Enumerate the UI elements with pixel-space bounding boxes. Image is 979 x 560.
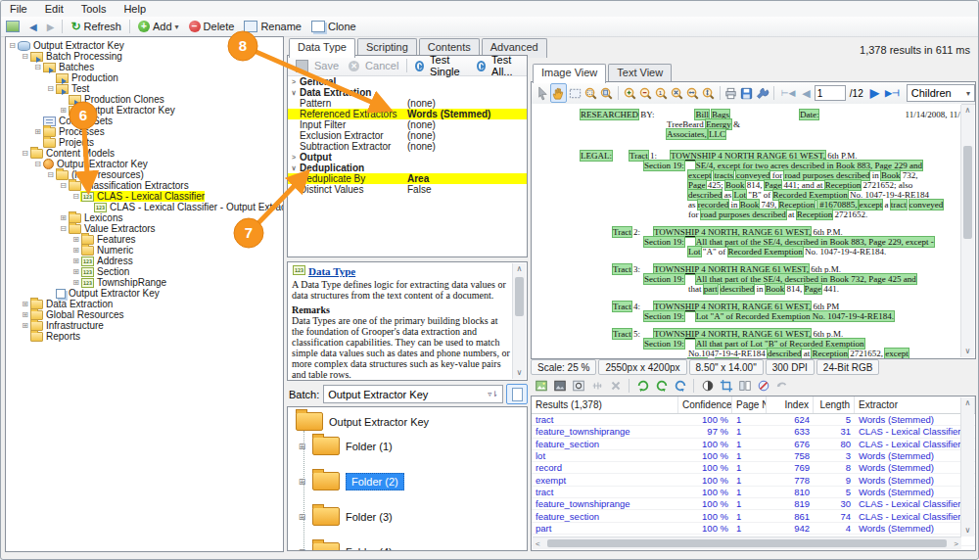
image-inspect-button[interactable] bbox=[570, 378, 586, 394]
refresh-button[interactable]: ↻Refresh bbox=[66, 19, 126, 34]
zoom-preview-tool-button[interactable] bbox=[599, 84, 614, 102]
scroll-thumb[interactable] bbox=[547, 539, 948, 547]
image-levels-button[interactable] bbox=[588, 378, 605, 394]
column-header-len[interactable]: Length bbox=[814, 397, 855, 413]
rotate-right-button[interactable] bbox=[653, 378, 670, 394]
cancel-button[interactable]: ✕Cancel bbox=[344, 59, 403, 72]
expand-icon[interactable]: ⊞ bbox=[71, 278, 80, 287]
property-row[interactable]: Distinct ValuesFalse bbox=[288, 184, 527, 195]
expand-icon[interactable]: ⊞ bbox=[71, 257, 80, 265]
nav-first-button[interactable]: ⊢◀ bbox=[778, 88, 799, 98]
tree-node[interactable]: ⊞Section bbox=[8, 266, 283, 277]
scroll-right-icon[interactable]: > bbox=[951, 539, 961, 548]
expand-icon[interactable]: ⊞ bbox=[298, 442, 306, 451]
result-row[interactable]: feature_section100 %167680CLAS - Lexical… bbox=[532, 439, 975, 450]
expand-icon[interactable]: ⊞ bbox=[71, 267, 80, 276]
property-row[interactable]: Exclusion Extractor(none) bbox=[288, 130, 527, 141]
page-number-input[interactable] bbox=[815, 85, 846, 101]
property-row[interactable]: Deduplicate ByArea bbox=[288, 173, 527, 184]
tree-node[interactable]: ⊟Output Extractor Key bbox=[8, 40, 283, 51]
tree-node[interactable]: ⊟Output Extractor Key bbox=[8, 159, 283, 169]
tree-node[interactable]: ⊞Infrastructure bbox=[8, 320, 283, 331]
scroll-left-icon[interactable]: < bbox=[533, 539, 543, 548]
image-adjust-button[interactable] bbox=[551, 378, 568, 394]
expand-icon[interactable]: ⊞ bbox=[298, 477, 306, 487]
result-row[interactable]: lot100 %17583Words (Stemmed) bbox=[532, 450, 975, 462]
expand-icon[interactable]: ⊞ bbox=[21, 310, 29, 319]
tree-node[interactable]: ⊟Batches bbox=[8, 62, 283, 72]
view-document-button[interactable] bbox=[506, 384, 528, 404]
print-tool-button[interactable] bbox=[723, 84, 738, 102]
tree-node[interactable]: ⊞Features bbox=[8, 234, 283, 245]
hand-tool-button[interactable] bbox=[550, 83, 567, 103]
tree-node[interactable]: Production Clones bbox=[8, 94, 283, 105]
scroll-thumb[interactable] bbox=[515, 277, 524, 316]
column-header-idx[interactable]: Index bbox=[767, 397, 814, 413]
property-row[interactable]: Input Filter(none) bbox=[288, 119, 527, 130]
batch-folder-node[interactable]: ⊞Folder (3) bbox=[298, 507, 393, 526]
marquee-tool-button[interactable] bbox=[568, 84, 583, 102]
column-header-page[interactable]: Page No bbox=[732, 397, 767, 413]
collapse-icon[interactable]: ∨ bbox=[288, 164, 300, 172]
tree-node[interactable]: ⊟Batch Processing bbox=[8, 51, 283, 62]
document-scrollbar[interactable]: ∧ ∨ bbox=[960, 105, 974, 357]
zoom-actual-tool-button[interactable]: 1 bbox=[654, 84, 669, 102]
nav-last-button[interactable]: ▶⊣ bbox=[883, 88, 902, 98]
collapse-icon[interactable]: ⊟ bbox=[21, 52, 29, 61]
result-row[interactable]: feature_townshiprange100 %181930CLAS - L… bbox=[532, 498, 975, 510]
tree-node[interactable]: Production bbox=[8, 72, 283, 83]
pointer-tool-button[interactable] bbox=[535, 84, 549, 102]
undo-button[interactable] bbox=[773, 378, 790, 394]
test-single-button[interactable]: Test Single bbox=[410, 55, 472, 78]
tree-node[interactable]: ⊞Output Extractor Key bbox=[8, 105, 283, 116]
collapse-icon[interactable]: ⊟ bbox=[33, 63, 42, 71]
collapse-icon[interactable]: ⊟ bbox=[46, 170, 55, 179]
forward-button[interactable]: ▶ bbox=[42, 21, 60, 33]
expand-icon[interactable]: ⊞ bbox=[21, 321, 29, 330]
panel-toggle-button[interactable] bbox=[1, 20, 24, 33]
scroll-up-icon[interactable]: ∧ bbox=[513, 263, 526, 275]
expand-icon[interactable]: > bbox=[288, 78, 300, 85]
tree-node[interactable]: ⊟Test bbox=[8, 83, 283, 94]
expand-icon[interactable]: ⊞ bbox=[298, 512, 306, 522]
zoom-out-tool-button[interactable] bbox=[638, 84, 653, 102]
column-header-ext[interactable]: Extractor bbox=[855, 397, 975, 413]
result-row[interactable]: exempt100 %17789Words (Stemmed) bbox=[532, 474, 975, 486]
tree-node[interactable]: ⊞Data Extraction bbox=[8, 299, 283, 309]
rotate-left-button[interactable] bbox=[634, 378, 651, 394]
expand-icon[interactable]: ⊞ bbox=[21, 300, 29, 308]
result-row[interactable]: part100 %19424Words (Stemmed) bbox=[532, 523, 975, 535]
expand-icon[interactable]: > bbox=[288, 154, 300, 161]
tree-node[interactable]: CLAS - Lexical Classifier - Output Extra… bbox=[8, 202, 283, 212]
scroll-down-icon[interactable]: ∨ bbox=[513, 367, 526, 379]
refresh-button[interactable] bbox=[672, 378, 688, 394]
test-all-button[interactable]: Test All... bbox=[472, 55, 527, 78]
tree-node[interactable]: ⊞TownshipRange bbox=[8, 277, 283, 288]
collapse-icon[interactable]: ⊟ bbox=[59, 181, 68, 190]
column-header-conf[interactable]: Confidence bbox=[678, 397, 732, 413]
scroll-down-icon[interactable]: ∨ bbox=[961, 525, 974, 537]
scroll-up-icon[interactable]: ∧ bbox=[961, 397, 974, 409]
zoom-fit-height-tool-button[interactable] bbox=[701, 84, 716, 102]
result-row[interactable]: record100 %17698Words (Stemmed) bbox=[532, 462, 975, 474]
tab-data-type[interactable]: Data Type bbox=[289, 38, 355, 58]
collapse-icon[interactable]: ∨ bbox=[288, 89, 300, 97]
result-row[interactable]: tract100 %18105Words (Stemmed) bbox=[532, 487, 975, 498]
back-button[interactable]: ◀ bbox=[24, 21, 42, 33]
expand-icon[interactable]: ⊞ bbox=[71, 246, 80, 255]
collapse-icon[interactable]: ⊟ bbox=[46, 84, 55, 93]
property-category[interactable]: ∨Deduplication bbox=[288, 163, 527, 173]
result-row[interactable]: tract100 %16245Words (Stemmed) bbox=[532, 414, 975, 426]
scroll-down-icon[interactable]: ∨ bbox=[961, 346, 974, 357]
add-button[interactable]: +Add▾ bbox=[133, 20, 184, 33]
tree-node[interactable]: ⊞Global Resources bbox=[8, 309, 283, 320]
column-header-name[interactable]: Results (1,378) bbox=[532, 397, 678, 413]
tree-node[interactable]: ⊟Content Models bbox=[8, 148, 283, 159]
tree-node[interactable]: ⊟CLAS - Lexical Classifier bbox=[8, 191, 283, 202]
menu-edit[interactable]: Edit bbox=[36, 2, 72, 16]
tree-node[interactable]: ⊞Address bbox=[8, 256, 283, 266]
result-row[interactable]: feature_townshiprange97 %163331CLAS - Le… bbox=[532, 426, 975, 438]
description-scrollbar[interactable]: ∧ ∨ bbox=[512, 263, 526, 379]
nav-next-button[interactable]: ▶ bbox=[867, 86, 882, 100]
batch-root-node[interactable]: Output Extractor Key bbox=[296, 412, 429, 431]
